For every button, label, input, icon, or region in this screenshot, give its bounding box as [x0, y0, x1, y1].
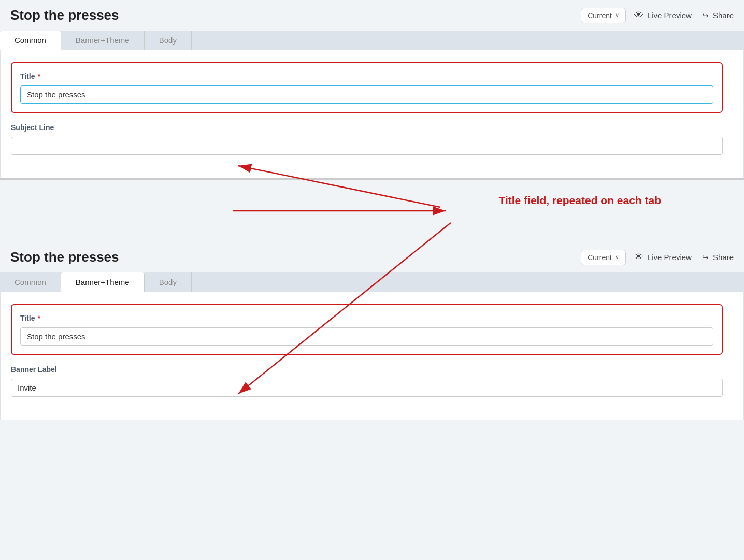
live-preview-label: Live Preview	[648, 11, 692, 20]
version-dropdown[interactable]: Current ∨	[581, 8, 626, 23]
annotation-text: Title field, repeated on each tab	[498, 194, 661, 207]
top-content: Title * Subject Line	[0, 50, 744, 178]
bottom-header-actions: 👁 Live Preview ↪ Share	[634, 252, 734, 263]
top-content-area: Title * Subject Line	[1, 50, 743, 178]
top-tabs: Common Banner+Theme Body	[0, 31, 744, 50]
bottom-live-preview-button[interactable]: 👁 Live Preview	[634, 252, 692, 263]
bottom-required-star: *	[38, 313, 41, 322]
bottom-content: Title * Banner Label	[0, 292, 744, 420]
top-title-label: Title *	[20, 71, 713, 80]
page-container: Stop the presses Current ∨ 👁 Live Previe…	[0, 0, 744, 560]
bottom-banner-label-label: Banner Label	[11, 365, 723, 374]
required-star: *	[38, 71, 41, 80]
tab-body-top[interactable]: Body	[145, 31, 192, 50]
top-header: Stop the presses Current ∨ 👁 Live Previe…	[0, 0, 744, 31]
bottom-tabs: Common Banner+Theme Body	[0, 272, 744, 292]
bottom-content-area: Title * Banner Label	[1, 292, 743, 420]
bottom-title-label: Title *	[20, 313, 713, 322]
bottom-eye-icon: 👁	[634, 252, 643, 263]
share-label: Share	[713, 11, 734, 20]
annotation-area: Title field, repeated on each tab	[0, 180, 744, 242]
top-title-field-group: Title *	[11, 62, 723, 113]
chevron-down-icon: ∨	[615, 12, 619, 19]
bottom-share-button[interactable]: ↪ Share	[702, 253, 734, 262]
bottom-title-input[interactable]	[20, 327, 713, 346]
share-button[interactable]: ↪ Share	[702, 11, 734, 20]
bottom-banner-label-input[interactable]	[11, 379, 723, 397]
version-label: Current	[588, 11, 612, 20]
top-subject-line-label: Subject Line	[11, 123, 723, 132]
bottom-version-label: Current	[588, 253, 612, 262]
tab-common-top[interactable]: Common	[0, 31, 61, 50]
tab-body-bottom[interactable]: Body	[145, 272, 192, 292]
bottom-live-preview-label: Live Preview	[648, 253, 692, 262]
bottom-header: Stop the presses Current ∨ 👁 Live Previe…	[0, 242, 744, 272]
share-icon: ↪	[702, 11, 709, 20]
bottom-share-label: Share	[713, 253, 734, 262]
bottom-version-dropdown[interactable]: Current ∨	[581, 250, 626, 265]
bottom-chevron-down-icon: ∨	[615, 254, 619, 261]
top-title-input[interactable]	[20, 85, 713, 104]
bottom-page-title: Stop the presses	[10, 249, 573, 265]
top-subject-line-input[interactable]	[11, 137, 723, 155]
live-preview-button[interactable]: 👁 Live Preview	[634, 10, 692, 21]
header-actions: 👁 Live Preview ↪ Share	[634, 10, 734, 21]
eye-icon: 👁	[634, 10, 643, 21]
bottom-share-icon: ↪	[702, 253, 709, 262]
bottom-title-field-group: Title *	[11, 304, 723, 355]
top-subject-line-field-group: Subject Line	[11, 123, 723, 155]
arrow-svg-1	[0, 180, 744, 242]
bottom-banner-label-field-group: Banner Label	[11, 365, 723, 397]
tab-common-bottom[interactable]: Common	[0, 272, 61, 292]
tab-banner-theme-bottom[interactable]: Banner+Theme	[61, 272, 145, 292]
tab-banner-theme-top[interactable]: Banner+Theme	[61, 31, 145, 50]
bottom-panel: Stop the presses Current ∨ 👁 Live Previe…	[0, 242, 744, 420]
page-title: Stop the presses	[10, 7, 573, 23]
top-panel: Stop the presses Current ∨ 👁 Live Previe…	[0, 0, 744, 180]
